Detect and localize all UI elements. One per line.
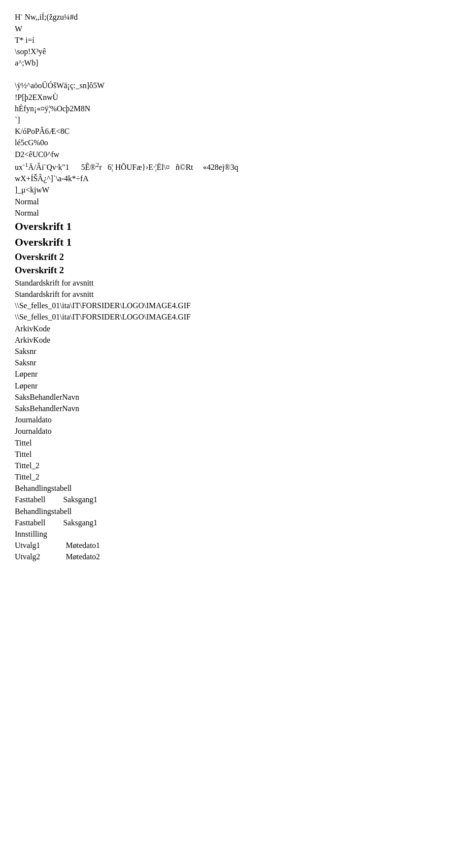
utvalg1-label: Utvalg1 Møtedato1 (15, 540, 458, 551)
overskrift2-label-1: Overskrift 2 (15, 250, 458, 264)
line-5: a^;Wb] (15, 57, 458, 68)
behandling-label-1: Behandlingstabell (15, 482, 458, 494)
arkivkode-label-1: ArkivKode (15, 323, 458, 334)
line-blank-1 (15, 68, 458, 80)
line-6: \ÿ½^aöoÜÓšWä¡ç:_sn]ô5W (15, 80, 458, 91)
journaldato-label-1: Journaldato (15, 414, 458, 425)
main-content: H- Nw,,iÍ;(žgzu¼#d W T* i=í \sop!X³yê a^… (15, 10, 458, 563)
line-13: ux-1Ä/Âi¨Qv·k"1 5Ê®2r 6¦ HÕUFæ}›E·¦Ël\¤ … (15, 160, 458, 173)
normal-label-2: Normal (15, 207, 458, 219)
line-1: H- Nw,,iÍ;(žgzu¼#d (15, 10, 458, 23)
lopenr-label-2: Løpenr (15, 380, 458, 391)
standard-label-1: Standardskrift for avsnitt (15, 277, 458, 289)
line-10: K/óPoPÂ6Æ<8C (15, 126, 458, 137)
utvalg2-label: Utvalg2 Møtedato2 (15, 551, 458, 562)
line-15: ]_μ<kjwW (15, 184, 458, 195)
line-2: W (15, 23, 458, 34)
line-11: lé5cG%0o (15, 137, 458, 148)
saksnr-label-2: Saksnr (15, 357, 458, 368)
path-label-2: \\Se_felles_01\ita\IT\FORSIDER\LOGO\IMAG… (15, 311, 458, 322)
overskrift2-label-2: Overskrift 2 (15, 263, 458, 277)
line-12: D2<êUC0^fw (15, 149, 458, 160)
behandling-label-2: Behandlingstabell (15, 506, 458, 517)
line-8: hÈfyn¡«¤ÿ¦%Ocþ2M8N (15, 103, 458, 114)
line-9: `] (15, 114, 458, 126)
tittel2-label-2: Tittel_2 (15, 471, 458, 482)
normal-label-1: Normal (15, 196, 458, 207)
standard-label-2: Standardskrift for avsnitt (15, 289, 458, 300)
journaldato-label-2: Journaldato (15, 425, 458, 437)
line-14: wX+ÍŠÂ¿^]`\a-4k*÷fA (15, 173, 458, 184)
saksbehandler-label-2: SaksBehandlerNavn (15, 403, 458, 414)
tittel-label-1: Tittel (15, 437, 458, 449)
innstilling-label: Innstilling (15, 528, 458, 540)
overskrift1-label-2: Overskrift 1 (15, 234, 458, 250)
fasttabell-label-1: Fasttabell Saksgang1 (15, 494, 458, 505)
saksbehandler-label-1: SaksBehandlerNavn (15, 391, 458, 403)
overskrift1-label-1: Overskrift 1 (15, 219, 458, 234)
line-4: \sop!X³yê (15, 46, 458, 57)
lopenr-label-1: Løpenr (15, 368, 458, 380)
line-3: T* i=í (15, 34, 458, 46)
tittel-label-2: Tittel (15, 449, 458, 460)
fasttabell-label-2: Fasttabell Saksgang1 (15, 517, 458, 528)
path-label-1: \\Se_felles_01\ita\IT\FORSIDER\LOGO\IMAG… (15, 300, 458, 311)
saksnr-label-1: Saksnr (15, 346, 458, 357)
line-7: !P[þ2EXnwÙ (15, 92, 458, 103)
tittel2-label-1: Tittel_2 (15, 460, 458, 471)
arkivkode-label-2: ArkivKode (15, 334, 458, 346)
